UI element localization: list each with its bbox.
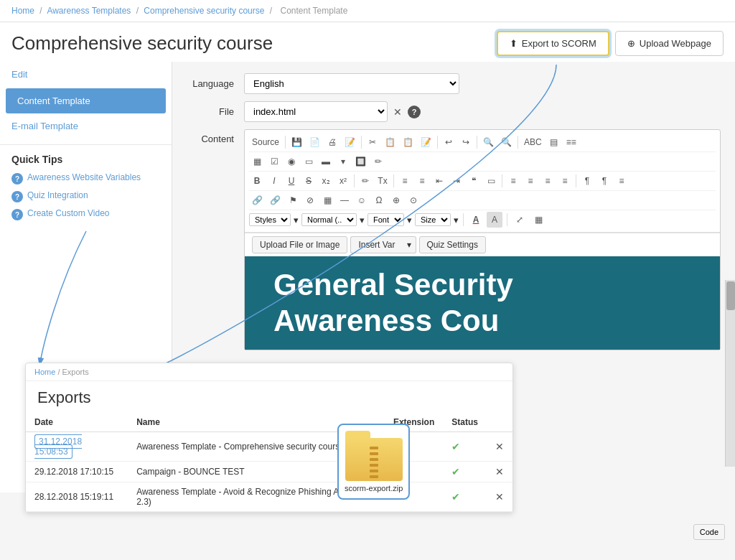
breadcrumb-current: Content Template: [280, 6, 347, 16]
exports-breadcrumb-home[interactable]: Home: [34, 368, 55, 376]
smiley-btn[interactable]: ☺: [354, 192, 370, 208]
unlink-btn[interactable]: 🔗: [267, 192, 284, 208]
image-btn[interactable]: ⊘: [302, 192, 318, 208]
cut-btn[interactable]: ✂: [365, 134, 380, 150]
upload-webpage-button[interactable]: ⊕ Upload Webpage: [615, 31, 724, 56]
file-help-icon[interactable]: ?: [408, 106, 421, 118]
source-button[interactable]: Source: [249, 134, 282, 150]
bidirtl-btn[interactable]: ¶: [596, 173, 612, 189]
bold-btn[interactable]: B: [249, 173, 265, 189]
language-select[interactable]: English: [244, 73, 459, 94]
removeformat-btn[interactable]: ✏: [357, 173, 373, 189]
size-select[interactable]: Size: [415, 213, 451, 226]
row1-date[interactable]: 31.12.2018 15:08:53: [26, 432, 128, 462]
strike-btn[interactable]: S: [301, 173, 317, 189]
font-select[interactable]: Font: [368, 213, 404, 226]
file-select[interactable]: index.html: [244, 101, 388, 122]
table-btn[interactable]: ▦: [249, 154, 265, 169]
table-insert-btn[interactable]: ▦: [319, 192, 335, 208]
paste-btn[interactable]: 📋: [400, 134, 416, 150]
templates-btn[interactable]: 📝: [342, 134, 358, 150]
toolbar-row-3: B I U S x₂ x² ✏ Tx ≡ ≡ ⇤: [249, 172, 716, 191]
special-char-btn[interactable]: Ω: [371, 192, 387, 208]
insert-var-arrow[interactable]: ▾: [403, 236, 416, 253]
sidebar-email-template[interactable]: E-mail Template: [0, 115, 172, 137]
quicktip-icon-1: ?: [11, 173, 23, 185]
bidiltr-btn[interactable]: ¶: [579, 173, 595, 189]
checkbox-btn[interactable]: ☑: [266, 154, 282, 169]
alignjustify-btn[interactable]: ≡: [557, 173, 573, 189]
toolbar-row-1: Source 💾 📄 🖨 📝 ✂ 📋 📋 📝: [249, 133, 716, 152]
flash-btn[interactable]: ⊙: [406, 192, 421, 208]
newpage-btn[interactable]: 📄: [306, 134, 323, 150]
preview-btn[interactable]: 🖨: [324, 134, 340, 150]
quicktip-awareness-variables[interactable]: ? Awareness Website Variables: [11, 172, 160, 185]
imagebutton-btn[interactable]: ✏: [370, 154, 386, 169]
showblocks2-btn[interactable]: ▦: [530, 212, 546, 228]
redo-btn[interactable]: ↪: [458, 134, 474, 150]
upload-file-button[interactable]: Upload File or Image: [252, 236, 347, 253]
font-color-btn[interactable]: A: [468, 212, 484, 228]
unorderedlist-btn[interactable]: ≡: [414, 173, 430, 189]
select-btn[interactable]: ▾: [335, 154, 351, 169]
quicktip-quiz-integration[interactable]: ? Quiz Integration: [11, 190, 160, 202]
row2-check: ✔: [443, 462, 487, 482]
quicktip-icon-2: ?: [11, 191, 23, 202]
pastetext-btn[interactable]: 📝: [418, 134, 434, 150]
button-btn[interactable]: 🔲: [352, 154, 369, 169]
find-btn[interactable]: 🔍: [480, 134, 497, 150]
replace-btn[interactable]: 🔍: [498, 134, 515, 150]
alignleft-btn[interactable]: ≡: [505, 173, 521, 189]
export-scorm-button[interactable]: ⬆ Export to SCORM: [497, 31, 609, 56]
sidebar-content-template[interactable]: Content Template: [6, 88, 166, 113]
sup-btn[interactable]: x²: [335, 173, 351, 189]
quiz-settings-button[interactable]: Quiz Settings: [419, 236, 486, 253]
file-row: File index.html ✕ ?: [187, 101, 721, 122]
radio-btn[interactable]: ◉: [284, 154, 299, 169]
italic-btn[interactable]: I: [266, 173, 282, 189]
showblocks-btn[interactable]: ≡≡: [563, 134, 579, 150]
aligncenter-btn[interactable]: ≡: [523, 173, 538, 189]
sidebar-edit-link[interactable]: Edit: [0, 62, 172, 87]
language-label: Language: [187, 78, 244, 89]
blockquote-btn[interactable]: ❝: [466, 173, 482, 189]
underline-btn[interactable]: U: [284, 173, 299, 189]
outdent-btn[interactable]: ⇤: [431, 173, 447, 189]
anchor-btn[interactable]: ⚑: [285, 192, 301, 208]
alignright-btn[interactable]: ≡: [540, 173, 556, 189]
maximize-btn[interactable]: ⤢: [512, 212, 528, 228]
styles-select[interactable]: Styles: [249, 213, 291, 226]
link-btn[interactable]: 🔗: [249, 192, 266, 208]
iframe-btn[interactable]: ⊕: [388, 192, 404, 208]
quicktip-custom-video[interactable]: ? Create Custom Video: [11, 208, 160, 220]
breadcrumb-awareness-templates[interactable]: Awareness Templates: [47, 6, 131, 16]
save-btn[interactable]: 💾: [289, 134, 305, 150]
creatediv-btn[interactable]: ▭: [483, 173, 499, 189]
undo-btn[interactable]: ↩: [441, 134, 457, 150]
exports-breadcrumb: Home / Exports: [26, 363, 512, 381]
copy-btn[interactable]: 📋: [382, 134, 398, 150]
content-row: Content Source 💾 📄 🖨 📝 ✂: [187, 129, 721, 350]
hline-btn[interactable]: —: [337, 192, 352, 208]
breadcrumb: Home / Awareness Templates / Comprehensi…: [0, 0, 735, 22]
format-select[interactable]: Normal (..: [301, 213, 357, 226]
textfield-btn[interactable]: ▭: [301, 154, 317, 169]
bg-color-btn[interactable]: A: [487, 212, 502, 228]
spellcheck-btn[interactable]: ABC: [521, 134, 545, 150]
row2-delete[interactable]: ✕: [487, 462, 512, 482]
orderedlist-btn[interactable]: ≡: [397, 173, 413, 189]
clearformat-btn[interactable]: Tx: [375, 173, 390, 189]
breadcrumb-security-course[interactable]: Comprehensive security course: [144, 6, 264, 16]
code-button[interactable]: Code: [693, 524, 725, 540]
language-btn[interactable]: ≡: [614, 173, 629, 189]
row3-delete[interactable]: ✕: [487, 482, 512, 512]
tabletools-btn[interactable]: ▤: [546, 134, 562, 150]
insert-var-button[interactable]: Insert Var: [350, 236, 402, 253]
file-clear-icon[interactable]: ✕: [393, 106, 402, 118]
row1-delete[interactable]: ✕: [487, 432, 512, 462]
sub-btn[interactable]: x₂: [318, 173, 334, 189]
indent-btn[interactable]: ⇥: [449, 173, 464, 189]
breadcrumb-home[interactable]: Home: [11, 6, 34, 16]
textarea-btn[interactable]: ▬: [318, 154, 334, 169]
editor-scrollbar[interactable]: [725, 280, 735, 467]
